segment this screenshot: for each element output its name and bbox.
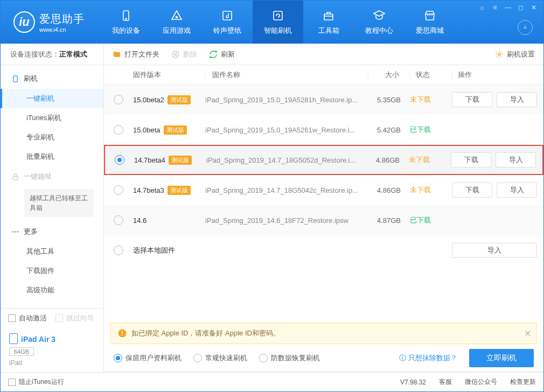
version-cell: 选择本地固件 <box>133 246 205 255</box>
nav-refresh[interactable]: 智能刷机 <box>253 1 303 44</box>
sidebar-group-more[interactable]: 更多 <box>1 221 103 242</box>
firmware-row: 14.7beta4 测试版iPad_Spring_2019_14.7_18G50… <box>104 145 543 175</box>
refresh-button[interactable]: 刷新 <box>209 50 235 59</box>
select-radio[interactable] <box>114 95 123 104</box>
window-button[interactable]: ⌂ <box>478 4 486 11</box>
sidebar-item[interactable]: 高级功能 <box>1 281 103 300</box>
flash-options-bar: 保留用户资料刷机常规快速刷机防数据恢复刷机 只想抹除数据？ 立即刷机 <box>104 344 543 372</box>
auto-activate-row: 自动激活 跳过向导 <box>1 309 103 328</box>
flash-option[interactable]: 常规快速刷机 <box>193 353 247 363</box>
svg-rect-14 <box>122 331 123 334</box>
select-radio[interactable] <box>114 185 123 195</box>
close-notice-icon[interactable]: ✕ <box>524 328 531 339</box>
flash-now-button[interactable]: 立即刷机 <box>469 349 534 367</box>
option-radio[interactable] <box>259 354 268 362</box>
block-itunes-checkbox[interactable] <box>8 379 16 386</box>
option-radio[interactable] <box>193 354 202 362</box>
ops-cell: 下载导入 <box>451 152 542 167</box>
device-status: 设备连接状态：正常模式 <box>1 44 103 65</box>
music-icon <box>220 9 234 23</box>
size-cell: 5.35GB <box>368 96 410 104</box>
download-button[interactable]: 下载 <box>451 152 491 167</box>
select-radio[interactable] <box>114 246 123 255</box>
firmware-row: 15.0beta2 测试版iPad_Spring_2019_15.0_19A52… <box>104 85 543 115</box>
ops-cell: 下载导入 <box>452 183 543 198</box>
ops-cell: 导入 <box>452 243 543 258</box>
svg-rect-7 <box>13 176 18 179</box>
toolbar: 打开文件夹 删除 刷新 刷机设置 <box>104 44 543 65</box>
skip-guide-checkbox <box>55 314 63 322</box>
device-name: iPad Air 3 <box>9 333 95 344</box>
name-cell: iPad_Spring_2019_15.0_19A5261w_Restore.i… <box>205 126 368 134</box>
auto-activate-checkbox[interactable] <box>8 314 16 322</box>
select-radio[interactable] <box>114 125 123 135</box>
main-content: 打开文件夹 删除 刷新 刷机设置 固件版本 固件名称 大小 状态 操作 15.0… <box>104 44 543 372</box>
nav-phone[interactable]: 我的设备 <box>101 1 151 44</box>
firmware-row: 14.6iPad_Spring_2019_14.6_18F72_Restore.… <box>104 205 543 235</box>
window-button[interactable]: — <box>504 4 512 11</box>
download-button[interactable]: 下载 <box>452 92 492 107</box>
svg-point-12 <box>498 53 500 55</box>
option-radio[interactable] <box>114 354 122 362</box>
flash-settings-button[interactable]: 刷机设置 <box>495 50 535 59</box>
firmware-row: 选择本地固件导入 <box>104 235 543 265</box>
footer-link[interactable]: 微信公众号 <box>465 378 497 386</box>
flash-option[interactable]: 防数据恢复刷机 <box>259 353 320 363</box>
open-folder-button[interactable]: 打开文件夹 <box>113 50 159 59</box>
sidebar-item[interactable]: 下载固件 <box>1 261 103 281</box>
academy-icon <box>372 9 386 23</box>
refresh-icon <box>271 9 285 23</box>
delete-button: 删除 <box>171 50 197 59</box>
status-cell: 未下载 <box>410 95 452 104</box>
nav-apps[interactable]: 应用游戏 <box>151 1 202 44</box>
sidebar-item[interactable]: 其他工具 <box>1 242 103 261</box>
footer-link[interactable]: 检查更新 <box>510 378 536 386</box>
window-buttons: ⌂≡—◻✕ <box>478 4 538 11</box>
nav-store[interactable]: 爱思商城 <box>404 1 455 44</box>
store-icon <box>423 9 437 23</box>
app-title: 爱思助手 <box>39 13 85 25</box>
select-radio[interactable] <box>115 155 124 165</box>
sidebar-item[interactable]: 一键刷机 <box>1 89 103 108</box>
sidebar-item[interactable]: iTunes刷机 <box>1 108 103 128</box>
sidebar-item[interactable]: 批量刷机 <box>1 147 103 166</box>
svg-point-8 <box>12 231 14 233</box>
device-panel: iPad Air 3 64GB iPad <box>1 328 103 372</box>
svg-rect-15 <box>122 335 123 336</box>
import-button[interactable]: 导入 <box>452 243 537 258</box>
window-button[interactable]: ≡ <box>491 4 499 11</box>
import-button[interactable]: 导入 <box>497 92 537 107</box>
svg-point-9 <box>15 231 16 233</box>
firmware-row: 15.0beta 测试版iPad_Spring_2019_15.0_19A526… <box>104 115 543 145</box>
app-header: iu 爱思助手 www.i4.cn 我的设备应用游戏铃声壁纸智能刷机工具箱教程中… <box>1 1 543 44</box>
nav-academy[interactable]: 教程中心 <box>354 1 404 44</box>
version-cell: 14.7beta3 测试版 <box>133 186 205 195</box>
app-logo: iu 爱思助手 www.i4.cn <box>1 11 97 33</box>
erase-data-link[interactable]: 只想抹除数据？ <box>399 353 457 363</box>
import-button[interactable]: 导入 <box>496 152 536 167</box>
footer-link[interactable]: 客服 <box>439 378 452 386</box>
download-button[interactable]: 下载 <box>452 183 492 198</box>
flash-option[interactable]: 保留用户资料刷机 <box>114 353 182 363</box>
import-button[interactable]: 导入 <box>497 183 537 198</box>
main-nav: 我的设备应用游戏铃声壁纸智能刷机工具箱教程中心爱思商城 <box>101 1 455 44</box>
nav-toolbox[interactable]: 工具箱 <box>303 1 354 44</box>
version-cell: 15.0beta2 测试版 <box>133 95 205 104</box>
svg-point-1 <box>125 18 127 19</box>
sidebar-group-flash[interactable]: 刷机 <box>1 68 103 89</box>
sidebar-item[interactable]: 专业刷机 <box>1 128 103 147</box>
select-radio[interactable] <box>114 215 123 225</box>
status-cell: 未下载 <box>409 155 451 165</box>
sidebar: 设备连接状态：正常模式 刷机 一键刷机iTunes刷机专业刷机批量刷机 一键越狱… <box>1 44 104 372</box>
download-indicator-icon[interactable] <box>518 20 533 35</box>
version-cell: 14.6 <box>133 216 205 225</box>
svg-point-2 <box>176 17 178 18</box>
version-cell: 14.7beta4 测试版 <box>134 156 206 165</box>
toolbox-icon <box>322 9 336 23</box>
nav-music[interactable]: 铃声壁纸 <box>202 1 253 44</box>
window-button[interactable]: ◻ <box>517 4 525 11</box>
window-button[interactable]: ✕ <box>529 4 538 11</box>
name-cell: iPad_Spring_2019_14.7_18G5052d_Restore.i… <box>206 156 367 164</box>
svg-rect-4 <box>274 11 282 20</box>
status-cell: 已下载 <box>410 215 452 225</box>
